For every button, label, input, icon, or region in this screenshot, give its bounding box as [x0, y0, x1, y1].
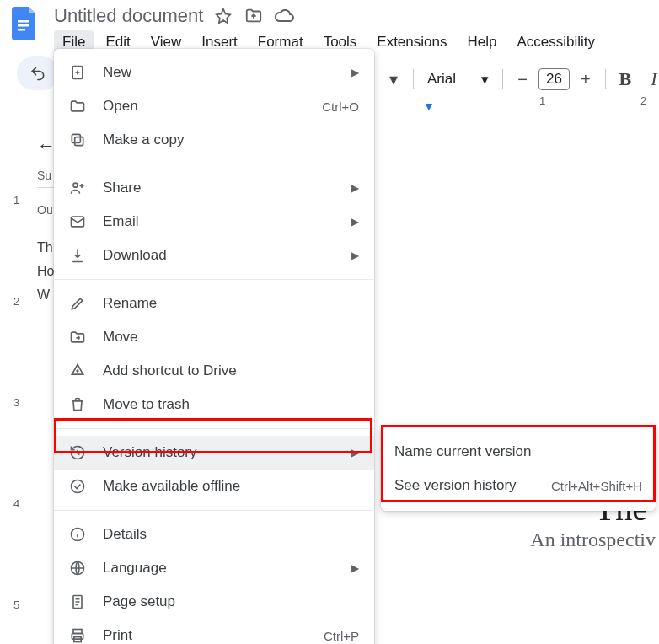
menu-accessibility[interactable]: Accessibility — [508, 30, 603, 54]
menu-details[interactable]: Details — [54, 518, 374, 551]
svg-rect-0 — [18, 20, 29, 23]
copy-icon — [67, 130, 88, 150]
font-size-increase[interactable]: + — [573, 67, 598, 92]
submenu-arrow-icon: ▶ — [351, 182, 359, 194]
font-size-decrease[interactable]: − — [510, 67, 535, 92]
file-menu-dropdown: New ▶ Open Ctrl+O Make a copy Share ▶ Em… — [54, 49, 374, 644]
font-size-input[interactable]: 26 — [538, 68, 570, 90]
menu-label: Email — [103, 213, 345, 230]
move-folder-icon[interactable] — [244, 6, 264, 26]
share-person-icon — [67, 178, 88, 198]
menu-rename[interactable]: Rename — [54, 287, 374, 320]
shortcut-label: Ctrl+O — [322, 99, 359, 114]
svg-rect-5 — [72, 134, 80, 142]
version-history-submenu: Name current version See version history… — [381, 427, 656, 511]
submenu-name-version[interactable]: Name current version — [381, 435, 656, 469]
docs-logo[interactable] — [8, 7, 42, 40]
chevron-down-icon[interactable]: ▾ — [381, 67, 406, 92]
menu-label: Make available offline — [103, 478, 359, 495]
download-icon — [67, 245, 88, 266]
star-icon[interactable] — [213, 6, 233, 26]
pencil-icon — [67, 293, 88, 314]
ruler-tick: 5 — [13, 598, 19, 611]
submenu-label: Name current version — [394, 443, 532, 460]
submenu-label: See version history — [394, 477, 517, 494]
ruler-tick: 1 — [539, 94, 545, 107]
submenu-arrow-icon: ▶ — [351, 562, 359, 574]
svg-point-8 — [72, 480, 84, 493]
menu-label: Add shortcut to Drive — [103, 362, 359, 379]
folder-move-icon — [67, 327, 88, 347]
menu-help[interactable]: Help — [458, 30, 505, 54]
submenu-arrow-icon: ▶ — [351, 67, 359, 78]
ruler-tick: 3 — [13, 396, 19, 409]
menu-email[interactable]: Email ▶ — [54, 205, 374, 239]
submenu-arrow-icon: ▶ — [351, 447, 359, 459]
menu-new[interactable]: New ▶ — [54, 56, 374, 89]
ruler-tick: 4 — [13, 497, 19, 510]
menu-version-history[interactable]: Version history ▶ — [54, 436, 374, 470]
ruler-tick: 2 — [13, 295, 19, 308]
info-icon — [67, 524, 88, 545]
bold-button[interactable]: B — [613, 67, 638, 92]
folder-icon — [67, 96, 88, 116]
menu-label: Download — [103, 247, 345, 264]
globe-icon — [67, 558, 88, 578]
menu-label: Move — [103, 329, 359, 346]
menu-label: Print — [103, 627, 324, 644]
menu-label: Language — [103, 560, 345, 577]
doc-title[interactable]: Untitled document — [54, 5, 203, 27]
undo-button[interactable] — [25, 61, 51, 86]
italic-button[interactable]: I — [641, 67, 659, 92]
menu-move[interactable]: Move — [54, 320, 374, 354]
font-name: Arial — [427, 71, 456, 88]
menu-trash[interactable]: Move to trash — [54, 388, 374, 421]
horizontal-ruler: ▼ 1 2 — [388, 94, 659, 111]
menu-add-shortcut[interactable]: Add shortcut to Drive — [54, 354, 374, 388]
svg-rect-1 — [18, 24, 29, 27]
indent-marker-icon[interactable]: ▼ — [423, 99, 435, 113]
menu-language[interactable]: Language ▶ — [54, 551, 374, 585]
vertical-ruler: 1 2 3 4 5 — [13, 118, 30, 644]
menu-label: Page setup — [103, 593, 359, 610]
menu-print[interactable]: Print Ctrl+P — [54, 619, 374, 644]
shortcut-label: Ctrl+P — [324, 629, 359, 643]
trash-icon — [67, 394, 88, 415]
offline-icon — [67, 476, 88, 496]
menu-label: New — [103, 64, 345, 81]
menu-download[interactable]: Download ▶ — [54, 239, 374, 272]
email-icon — [67, 212, 88, 232]
svg-rect-2 — [18, 29, 25, 31]
menu-label: Share — [103, 180, 345, 196]
submenu-arrow-icon: ▶ — [351, 250, 359, 261]
menu-label: Open — [103, 98, 322, 115]
menu-share[interactable]: Share ▶ — [54, 171, 374, 205]
menu-label: Make a copy — [103, 131, 359, 148]
submenu-arrow-icon: ▶ — [351, 216, 359, 228]
submenu-see-history[interactable]: See version history Ctrl+Alt+Shift+H — [381, 469, 656, 502]
ruler-tick: 2 — [640, 94, 646, 107]
menu-label: Rename — [103, 295, 359, 312]
menu-extensions[interactable]: Extensions — [368, 30, 455, 54]
menu-make-copy[interactable]: Make a copy — [54, 123, 374, 157]
menu-label: Details — [103, 526, 359, 543]
menu-label: Version history — [103, 444, 345, 461]
ruler-tick: 1 — [13, 194, 19, 207]
doc-subtitle[interactable]: An introspectiv — [530, 529, 656, 551]
history-icon — [67, 443, 88, 463]
shortcut-label: Ctrl+Alt+Shift+H — [551, 479, 642, 493]
document-plus-icon — [67, 62, 88, 83]
menu-offline[interactable]: Make available offline — [54, 470, 374, 503]
print-icon — [67, 625, 88, 644]
chevron-down-icon: ▾ — [481, 71, 489, 89]
svg-point-6 — [73, 183, 78, 187]
menu-label: Move to trash — [103, 396, 359, 413]
page-icon — [67, 592, 88, 612]
svg-rect-4 — [75, 137, 83, 146]
cloud-status-icon[interactable] — [274, 6, 294, 26]
menu-open[interactable]: Open Ctrl+O — [54, 89, 374, 123]
menu-page-setup[interactable]: Page setup — [54, 585, 374, 619]
font-selector[interactable]: Arial ▾ — [421, 71, 496, 89]
drive-shortcut-icon — [67, 361, 88, 381]
